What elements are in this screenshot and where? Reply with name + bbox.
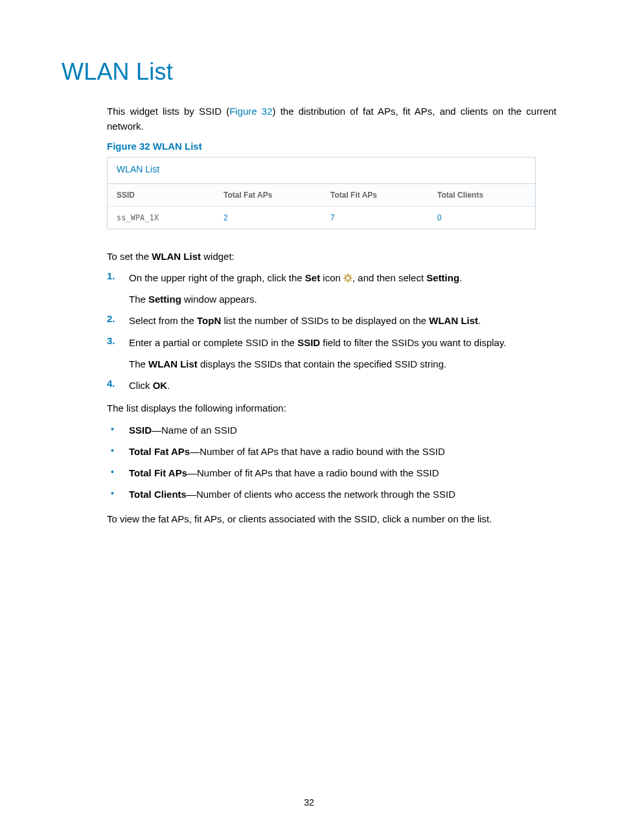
wlan-table: SSID Total Fat APs Total Fit APs Total C… [108,184,535,229]
s4-c: . [167,380,170,391]
step-3: 3. Enter a partial or complete SSID in t… [107,335,556,350]
fat-link[interactable]: 2 [223,213,228,222]
list-item: • SSID—Name of an SSID [107,423,556,438]
s3-b: SSID [297,337,320,348]
step-1-sub: The Setting window appears. [129,292,556,307]
s3-a: Enter a partial or complete SSID in the [129,337,297,348]
col-clients: Total Clients [428,184,535,207]
set-intro-a: To set the [107,251,152,262]
b3-d: —Number of fit APs that have a radio bou… [187,467,439,478]
svg-rect-3 [343,277,345,279]
b3-t: Total Fit APs [129,467,187,478]
s1-e: Setting [426,272,459,283]
figure-link[interactable]: Figure 32 [229,106,272,117]
step-text: Click OK. [129,378,556,393]
s1-a: On the upper right of the graph, click t… [129,272,305,283]
gear-icon [343,274,352,283]
page-container: WLAN List This widget lists by SSID (Fig… [0,0,618,840]
table-row: ss_WPA_1X 2 7 0 [108,206,535,229]
svg-rect-2 [347,281,349,283]
list-intro: The list displays the following informat… [107,401,556,415]
col-fit: Total Fit APs [321,184,428,207]
closing-paragraph: To view the fat APs, fit APs, or clients… [107,511,556,526]
bullet-text: Total Fit APs—Number of fit APs that hav… [129,465,556,480]
s1-f: . [459,272,462,283]
intro-paragraph: This widget lists by SSID (Figure 32) th… [107,104,556,134]
step-num: 4. [107,378,129,389]
col-fat: Total Fat APs [214,184,321,207]
s1-c: icon [320,272,343,283]
wlan-list-widget: WLAN List SSID Total Fat APs Total Fit A… [107,157,536,229]
step-text: On the upper right of the graph, click t… [129,270,556,285]
s1-sub-a: The [129,294,148,305]
numbered-steps: 1. On the upper right of the graph, clic… [107,270,556,393]
s2-e: . [478,315,481,326]
svg-rect-8 [350,280,351,281]
step-text: Enter a partial or complete SSID in the … [129,335,556,350]
s1-sub-c: window appears. [181,294,257,305]
s2-a: Select from the [129,315,197,326]
s2-d: WLAN List [429,315,478,326]
cell-clients: 0 [428,206,535,229]
step-2: 2. Select from the TopN list the number … [107,313,556,328]
s3-sub-b: WLAN List [148,358,198,369]
cell-fat: 2 [214,206,321,229]
widget-title: WLAN List [108,158,535,184]
step-num: 2. [107,313,129,324]
b4-d: —Number of clients who access the networ… [187,489,455,500]
s1-d: , and then select [352,272,426,283]
bullet-list: • SSID—Name of an SSID • Total Fat APs—N… [107,423,556,502]
page-number: 32 [0,797,618,808]
s3-sub-a: The [129,358,148,369]
figure-caption: Figure 32 WLAN List [107,141,556,152]
step-1: 1. On the upper right of the graph, clic… [107,270,556,285]
bullet-icon: • [107,465,129,479]
list-item: • Total Fat APs—Number of fat APs that h… [107,444,556,459]
set-intro-b: WLAN List [152,251,201,262]
svg-rect-4 [350,277,352,279]
list-item: • Total Fit APs—Number of fit APs that h… [107,465,556,480]
table-header-row: SSID Total Fat APs Total Fit APs Total C… [108,184,535,207]
svg-rect-1 [347,274,349,275]
b2-t: Total Fat APs [129,446,190,457]
s1-sub-b: Setting [148,294,181,305]
svg-rect-7 [344,280,345,281]
intro-text-a: This widget lists by SSID ( [107,106,229,117]
page-title: WLAN List [62,58,556,86]
bullet-icon: • [107,423,129,436]
col-ssid: SSID [108,184,214,207]
svg-rect-5 [344,274,345,275]
s4-b: OK [153,380,168,391]
s2-c: list the number of SSIDs to be displayed… [221,315,429,326]
step-text: Select from the TopN list the number of … [129,313,556,328]
step-num: 1. [107,270,129,281]
step-4: 4. Click OK. [107,378,556,393]
bullet-text: SSID—Name of an SSID [129,423,556,438]
s3-sub-c: displays the SSIDs that contain the spec… [198,358,446,369]
fit-link[interactable]: 7 [330,213,335,222]
bullet-icon: • [107,487,129,500]
b4-t: Total Clients [129,489,187,500]
b1-d: —Name of an SSID [152,425,237,436]
s4-a: Click [129,380,153,391]
list-item: • Total Clients—Number of clients who ac… [107,487,556,502]
step-num: 3. [107,335,129,346]
s3-c: field to filter the SSIDs you want to di… [320,337,506,348]
set-intro-c: widget: [201,251,235,262]
svg-point-0 [345,275,350,281]
bullet-text: Total Fat APs—Number of fat APs that hav… [129,444,556,459]
cell-fit: 7 [321,206,428,229]
b2-d: —Number of fat APs that have a radio bou… [190,446,445,457]
bullet-text: Total Clients—Number of clients who acce… [129,487,556,502]
b1-t: SSID [129,425,152,436]
page-content: This widget lists by SSID (Figure 32) th… [107,104,556,526]
svg-rect-6 [350,274,351,275]
bullet-icon: • [107,444,129,458]
cell-ssid: ss_WPA_1X [108,206,214,229]
s1-b: Set [305,272,320,283]
step-3-sub: The WLAN List displays the SSIDs that co… [129,356,556,371]
s2-b: TopN [197,315,221,326]
set-intro: To set the WLAN List widget: [107,249,556,264]
clients-link[interactable]: 0 [437,213,442,222]
